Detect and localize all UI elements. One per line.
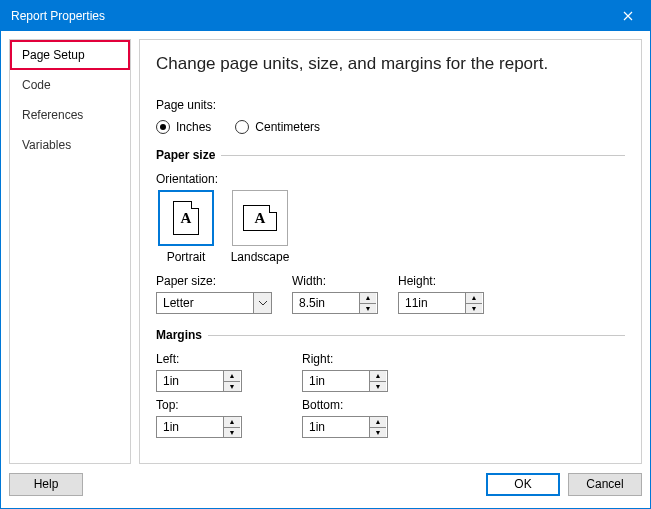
sidebar-item-page-setup[interactable]: Page Setup xyxy=(10,40,130,70)
button-label: Cancel xyxy=(586,477,623,491)
field-label: Left: xyxy=(156,352,282,366)
page-units-label: Page units: xyxy=(156,98,625,112)
orientation-label-text: Landscape xyxy=(231,250,290,264)
width-spinner[interactable]: ▲▼ xyxy=(292,292,378,314)
page-units-group: Inches Centimeters xyxy=(156,120,625,134)
field-label: Bottom: xyxy=(302,398,428,412)
paper-size-row: Paper size: Letter Width: ▲▼ xyxy=(156,274,625,314)
close-button[interactable] xyxy=(605,1,650,31)
help-button[interactable]: Help xyxy=(9,473,83,496)
orientation-portrait[interactable]: A Portrait xyxy=(156,190,216,264)
width-input[interactable] xyxy=(293,293,359,313)
dialog-body: Page Setup Code References Variables Cha… xyxy=(1,31,650,508)
spin-buttons: ▲▼ xyxy=(223,417,240,437)
margin-left-field: Left: ▲▼ xyxy=(156,352,282,392)
combo-value: Letter xyxy=(157,296,253,310)
orientation-landscape[interactable]: A Landscape xyxy=(230,190,290,264)
margin-top-spinner[interactable]: ▲▼ xyxy=(156,416,242,438)
close-icon xyxy=(623,11,633,21)
dialog-report-properties: Report Properties Page Setup Code Refere… xyxy=(0,0,651,509)
ok-button[interactable]: OK xyxy=(486,473,560,496)
sidebar-item-label: Variables xyxy=(22,138,71,152)
sidebar-item-label: Page Setup xyxy=(22,48,85,62)
radio-label: Centimeters xyxy=(255,120,320,134)
spin-down-icon[interactable]: ▼ xyxy=(360,304,376,314)
margin-left-input[interactable] xyxy=(157,371,223,391)
sidebar-item-variables[interactable]: Variables xyxy=(10,130,130,160)
page-landscape-icon: A xyxy=(243,205,277,231)
spin-buttons: ▲▼ xyxy=(359,293,376,313)
spin-up-icon[interactable]: ▲ xyxy=(370,371,386,382)
height-field: Height: ▲▼ xyxy=(398,274,484,314)
spin-buttons: ▲▼ xyxy=(465,293,482,313)
sidebar: Page Setup Code References Variables xyxy=(9,39,131,464)
cancel-button[interactable]: Cancel xyxy=(568,473,642,496)
button-label: Help xyxy=(34,477,59,491)
radio-centimeters[interactable]: Centimeters xyxy=(235,120,320,134)
button-label: OK xyxy=(514,477,531,491)
sidebar-item-label: References xyxy=(22,108,83,122)
radio-label: Inches xyxy=(176,120,211,134)
chevron-down-icon xyxy=(253,293,271,313)
title-text: Report Properties xyxy=(11,9,605,23)
content-panel: Change page units, size, and margins for… xyxy=(139,39,642,464)
section-title: Margins xyxy=(156,328,202,342)
margin-bottom-field: Bottom: ▲▼ xyxy=(302,398,428,438)
field-label: Height: xyxy=(398,274,484,288)
radio-inches[interactable]: Inches xyxy=(156,120,211,134)
margin-top-field: Top: ▲▼ xyxy=(156,398,282,438)
main-row: Page Setup Code References Variables Cha… xyxy=(9,39,642,464)
spin-up-icon[interactable]: ▲ xyxy=(370,417,386,428)
orientation-label: Orientation: xyxy=(156,172,625,186)
spin-buttons: ▲▼ xyxy=(369,371,386,391)
spin-down-icon[interactable]: ▼ xyxy=(224,428,240,438)
width-field: Width: ▲▼ xyxy=(292,274,378,314)
margin-bottom-input[interactable] xyxy=(303,417,369,437)
spin-up-icon[interactable]: ▲ xyxy=(224,417,240,428)
margin-left-spinner[interactable]: ▲▼ xyxy=(156,370,242,392)
margin-right-spinner[interactable]: ▲▼ xyxy=(302,370,388,392)
height-input[interactable] xyxy=(399,293,465,313)
margins-grid: Left: ▲▼ Right: ▲▼ Top xyxy=(156,352,625,438)
orientation-portrait-box: A xyxy=(158,190,214,246)
height-spinner[interactable]: ▲▼ xyxy=(398,292,484,314)
section-rule xyxy=(221,155,625,156)
section-paper-size: Paper size xyxy=(156,148,625,162)
margin-right-field: Right: ▲▼ xyxy=(302,352,428,392)
margin-bottom-spinner[interactable]: ▲▼ xyxy=(302,416,388,438)
margin-top-input[interactable] xyxy=(157,417,223,437)
section-margins: Margins xyxy=(156,328,625,342)
spin-down-icon[interactable]: ▼ xyxy=(466,304,482,314)
dialog-footer: Help OK Cancel xyxy=(9,464,642,500)
margin-right-input[interactable] xyxy=(303,371,369,391)
section-rule xyxy=(208,335,625,336)
titlebar: Report Properties xyxy=(1,1,650,31)
radio-dot-icon xyxy=(235,120,249,134)
radio-dot-icon xyxy=(156,120,170,134)
orientation-group: A Portrait A Landscape xyxy=(156,190,625,264)
page-portrait-icon: A xyxy=(173,201,199,235)
spin-buttons: ▲▼ xyxy=(223,371,240,391)
spin-up-icon[interactable]: ▲ xyxy=(224,371,240,382)
spin-down-icon[interactable]: ▼ xyxy=(224,382,240,392)
sidebar-item-references[interactable]: References xyxy=(10,100,130,130)
field-label: Width: xyxy=(292,274,378,288)
field-label: Top: xyxy=(156,398,282,412)
page-heading: Change page units, size, and margins for… xyxy=(156,54,625,74)
paper-size-field: Paper size: Letter xyxy=(156,274,272,314)
orientation-landscape-box: A xyxy=(232,190,288,246)
spin-buttons: ▲▼ xyxy=(369,417,386,437)
paper-size-combo[interactable]: Letter xyxy=(156,292,272,314)
field-label: Paper size: xyxy=(156,274,272,288)
orientation-label-text: Portrait xyxy=(167,250,206,264)
sidebar-item-label: Code xyxy=(22,78,51,92)
sidebar-item-code[interactable]: Code xyxy=(10,70,130,100)
section-title: Paper size xyxy=(156,148,215,162)
field-label: Right: xyxy=(302,352,428,366)
spin-up-icon[interactable]: ▲ xyxy=(360,293,376,304)
spin-down-icon[interactable]: ▼ xyxy=(370,382,386,392)
spin-up-icon[interactable]: ▲ xyxy=(466,293,482,304)
spin-down-icon[interactable]: ▼ xyxy=(370,428,386,438)
